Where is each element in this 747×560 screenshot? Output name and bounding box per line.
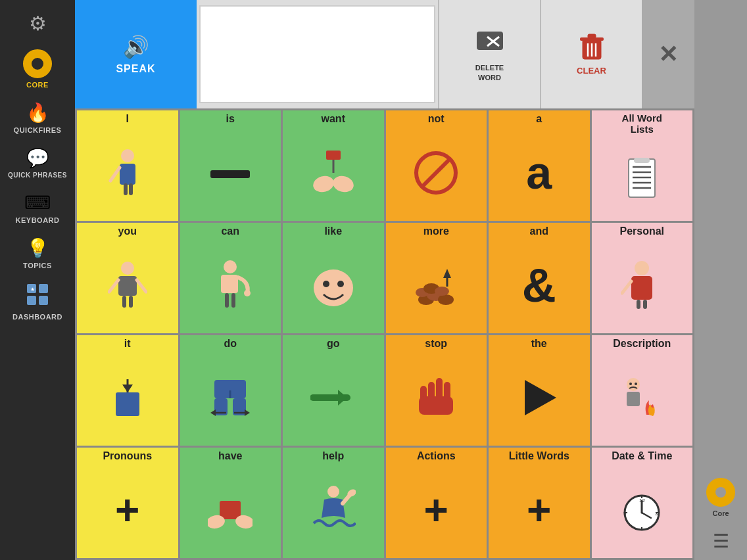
svg-marker-70	[210, 409, 216, 416]
symbol-grid: I is want	[75, 108, 694, 560]
cell-pronouns[interactable]: Pronouns +	[77, 448, 178, 558]
svg-point-80	[627, 378, 640, 391]
gear-icon: ⚙	[29, 12, 47, 35]
sidebar-keyboard-label: KEYBOARD	[16, 216, 60, 224]
sidebar-item-topics[interactable]: 💡 TOPICS	[0, 231, 75, 276]
svg-rect-35	[118, 276, 137, 296]
svg-rect-59	[637, 300, 640, 309]
cell-can[interactable]: can	[180, 223, 281, 333]
cell-a[interactable]: a a	[489, 110, 590, 221]
svg-point-56	[635, 261, 649, 275]
svg-text:9: 9	[623, 511, 626, 516]
svg-rect-2	[27, 296, 36, 305]
svg-rect-33	[634, 158, 650, 163]
keyboard-icon: ⌨	[24, 192, 51, 214]
cell-date-time[interactable]: Date & Time 12 3 9	[592, 448, 693, 558]
topbar: 🔊 SPEAK DELETEWORD	[75, 0, 694, 108]
delete-word-label: DELETEWORD	[475, 63, 504, 82]
sidebar: ⚙ CORE 🔥 QUICKFIRES 💬 QUICK PHRASES ⌨ KE…	[0, 0, 75, 560]
svg-point-87	[327, 486, 339, 498]
cell-little-words[interactable]: Little Words +	[489, 448, 590, 558]
clear-button[interactable]: CLEAR	[540, 0, 642, 108]
svg-line-26	[422, 159, 450, 187]
svg-line-58	[622, 281, 631, 293]
svg-marker-73	[338, 390, 347, 406]
cell-it[interactable]: it	[77, 335, 178, 446]
clear-label: CLEAR	[577, 66, 606, 76]
svg-line-37	[137, 280, 146, 292]
speak-button[interactable]: 🔊 SPEAK	[75, 0, 197, 108]
svg-marker-79	[525, 380, 556, 415]
cell-more[interactable]: more	[386, 223, 487, 333]
svg-text:★: ★	[30, 287, 35, 292]
svg-rect-1	[39, 284, 48, 293]
svg-text:3: 3	[655, 511, 658, 516]
svg-rect-44	[231, 293, 235, 308]
svg-marker-63	[122, 385, 133, 392]
cell-do[interactable]: do	[180, 335, 281, 446]
cell-is[interactable]: is	[180, 110, 281, 221]
cell-have[interactable]: have	[180, 448, 281, 558]
sidebar-dashboard-label: DASHBOARD	[12, 313, 62, 321]
svg-rect-11	[588, 34, 596, 38]
cell-description[interactable]: Description	[592, 335, 693, 446]
close-icon: ✕	[658, 41, 678, 68]
svg-point-46	[323, 281, 329, 287]
svg-point-47	[337, 281, 344, 287]
gear-button[interactable]: ⚙	[0, 4, 75, 43]
core-badge-icon	[706, 478, 735, 507]
cell-and[interactable]: and &	[489, 223, 590, 333]
sidebar-core-label: CORE	[26, 81, 49, 89]
sidebar-item-dashboard[interactable]: ★ DASHBOARD	[0, 276, 75, 327]
svg-rect-19	[129, 183, 133, 195]
svg-point-15	[121, 149, 134, 162]
cell-help[interactable]: help	[283, 448, 384, 558]
sidebar-item-keyboard[interactable]: ⌨ KEYBOARD	[0, 185, 75, 231]
svg-marker-71	[245, 409, 250, 416]
cell-not[interactable]: not	[386, 110, 487, 221]
delete-icon	[475, 26, 504, 60]
sidebar-quickphrases-label: QUICK PHRASES	[8, 172, 67, 179]
close-button[interactable]: ✕	[642, 0, 694, 108]
svg-rect-84	[220, 501, 241, 519]
svg-rect-39	[129, 296, 133, 308]
trash-icon	[580, 33, 604, 63]
svg-line-17	[110, 168, 120, 181]
sidebar-item-core[interactable]: CORE	[0, 43, 75, 95]
cell-go[interactable]: go	[283, 335, 384, 446]
flame-icon: 🔥	[26, 102, 49, 124]
svg-marker-55	[443, 269, 451, 278]
svg-rect-43	[225, 293, 229, 308]
cell-you[interactable]: you	[77, 223, 178, 333]
svg-point-50	[438, 294, 454, 305]
svg-point-42	[244, 290, 251, 296]
svg-point-81	[629, 383, 632, 385]
speaker-icon: 🔊	[123, 34, 149, 59]
delete-word-button[interactable]: DELETEWORD	[438, 0, 540, 108]
hamburger-menu-icon[interactable]: ☰	[713, 530, 729, 552]
cell-the[interactable]: the	[489, 335, 590, 446]
topics-icon: 💡	[26, 237, 49, 259]
core-badge[interactable]: Core	[706, 478, 735, 517]
cell-all-word-lists[interactable]: All WordLists	[592, 110, 693, 221]
rightbar: Core ☰	[694, 0, 747, 560]
speak-label: SPEAK	[116, 63, 155, 75]
cell-want[interactable]: want	[283, 110, 384, 221]
svg-text:12: 12	[639, 498, 645, 503]
svg-point-45	[314, 269, 353, 306]
svg-rect-61	[116, 392, 139, 416]
cell-I[interactable]: I	[77, 110, 178, 221]
svg-rect-18	[124, 183, 128, 195]
cell-personal[interactable]: Personal	[592, 223, 693, 333]
cell-actions[interactable]: Actions +	[386, 448, 487, 558]
sidebar-item-quickfires[interactable]: 🔥 QUICKFIRES	[0, 95, 75, 141]
sidebar-item-quickphrases[interactable]: 💬 QUICK PHRASES	[0, 141, 75, 185]
svg-point-23	[311, 174, 335, 195]
svg-rect-20	[210, 170, 250, 178]
svg-line-36	[109, 280, 118, 292]
svg-point-40	[224, 260, 237, 273]
cell-stop[interactable]: stop	[386, 335, 487, 446]
sidebar-topics-label: TOPICS	[23, 262, 52, 269]
chat-icon: 💬	[26, 147, 49, 169]
cell-like[interactable]: like	[283, 223, 384, 333]
